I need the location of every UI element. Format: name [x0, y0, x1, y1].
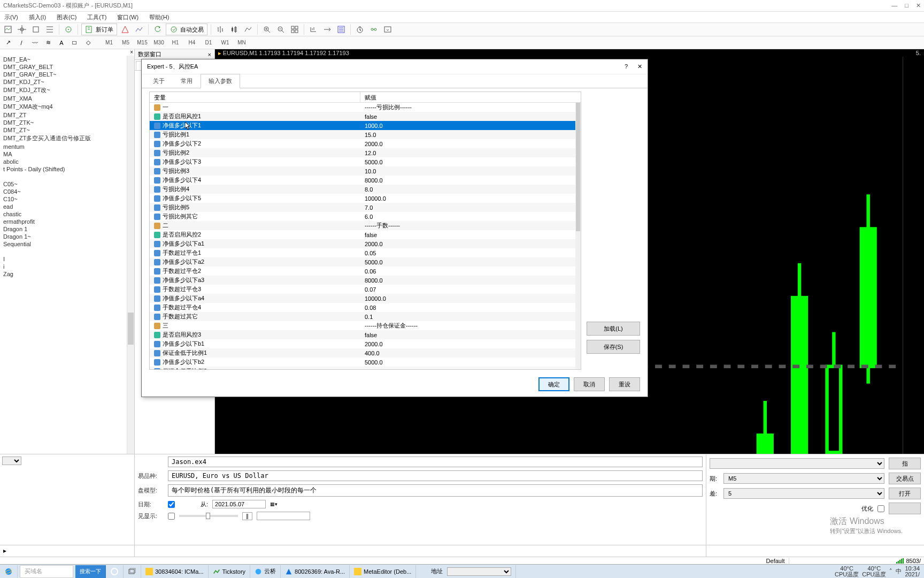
list-icon[interactable]	[44, 24, 56, 35]
menu-insert[interactable]: 插入(I)	[27, 12, 48, 22]
grid-row[interactable]: 手数超过平仓30.07	[150, 285, 581, 294]
grid-row[interactable]: 净值多少以下a12000.0	[150, 239, 581, 248]
scrollbar[interactable]	[127, 56, 134, 493]
menu-chart[interactable]: 图表(C)	[55, 12, 79, 22]
model-field[interactable]: 每个即时价格(基于所有可利用的最小时段的每一个	[168, 484, 703, 497]
param-value[interactable]: 1000.0	[360, 123, 581, 129]
tree-item[interactable]: C084~	[0, 188, 134, 195]
grid-row[interactable]: 保证金低于比例1400.0	[150, 348, 581, 358]
tree-item[interactable]: I	[0, 255, 134, 263]
close-button[interactable]: ✕	[916, 2, 921, 9]
tree-item[interactable]: Dragon 1	[0, 225, 134, 233]
taskbar-app-5[interactable]: MetaEditor (Deb...	[350, 565, 416, 578]
ie-icon[interactable]	[0, 565, 18, 578]
dialog-close-icon[interactable]: ✕	[637, 63, 642, 70]
tree-item[interactable]	[0, 248, 134, 255]
tf-m1[interactable]: M1	[102, 37, 117, 48]
grid-row[interactable]: 亏损比例48.0	[150, 185, 581, 194]
refresh-icon[interactable]	[152, 24, 164, 35]
visual-checkbox[interactable]	[168, 513, 175, 520]
param-value[interactable]: ------持仓保证金------	[360, 322, 581, 330]
date-checkbox[interactable]	[168, 501, 175, 508]
grid-header-value[interactable]: 赋值	[360, 92, 581, 102]
param-value[interactable]: 8000.0	[360, 177, 581, 184]
timer-icon[interactable]	[354, 24, 366, 35]
param-value[interactable]: 0.06	[360, 268, 581, 275]
save-button[interactable]: 保存(S)	[587, 340, 640, 354]
taskview-icon[interactable]	[124, 565, 141, 578]
grid-row[interactable]: 二------手数------	[150, 221, 581, 230]
grid-scrollbar[interactable]	[575, 103, 581, 369]
tf-m5[interactable]: M5	[118, 37, 133, 48]
tree-item[interactable]: DMT_KDJ_ZT改~	[0, 86, 134, 95]
grid-row[interactable]: 是否启用风控1false	[150, 112, 581, 121]
period-select[interactable]: M5	[723, 473, 884, 484]
panel-close-icon[interactable]: ×	[130, 49, 133, 55]
param-value[interactable]: 10.0	[360, 168, 581, 174]
dialog-help-icon[interactable]: ?	[625, 63, 628, 70]
param-value[interactable]: 0.05	[360, 250, 581, 256]
param-value[interactable]: 0.08	[360, 305, 581, 311]
tree-item[interactable]: ermathprofit	[0, 218, 134, 225]
param-value[interactable]: 5000.0	[360, 359, 581, 366]
candles-icon[interactable]	[228, 24, 240, 35]
grid-header-variable[interactable]: 变量	[150, 92, 360, 102]
optimize-button[interactable]	[889, 503, 921, 514]
taskbar-app-4[interactable]: 80026369: Ava-R...	[281, 565, 350, 578]
tf-w1[interactable]: W1	[218, 37, 233, 48]
menu-window[interactable]: 窗口(W)	[115, 12, 141, 22]
param-value[interactable]: 10000.0	[360, 195, 581, 202]
trend-icon[interactable]: 〰	[29, 37, 41, 48]
grid-row[interactable]: 手数超过平仓20.06	[150, 267, 581, 276]
dropdown-icon[interactable]	[382, 24, 394, 35]
tree-item[interactable]: DMT_ZT多空买入通道信号修正版	[0, 134, 134, 143]
indicator-icon[interactable]	[133, 24, 145, 35]
tree-item[interactable]: mentum	[0, 143, 134, 150]
tree-item[interactable]: DMT_ZT	[0, 111, 134, 119]
tree-item[interactable]: Dragon 1~	[0, 233, 134, 240]
grid-row[interactable]: 亏损比例115.0	[150, 130, 581, 139]
calendar-icon[interactable]: ▦▾	[270, 501, 278, 507]
cpu-temp-2[interactable]: 40°CCPU温度	[862, 566, 886, 577]
tree-item[interactable]: C05~	[0, 180, 134, 188]
taskbar-address[interactable]: 地址	[427, 565, 516, 578]
date-input[interactable]	[212, 500, 266, 508]
grid-row[interactable]: 保证金低于比例2500.0	[150, 367, 581, 369]
grid-row[interactable]: 是否启用风控2false	[150, 230, 581, 239]
tester-type-select[interactable]	[2, 457, 21, 465]
label-icon[interactable]	[69, 37, 81, 48]
optimize-checkbox[interactable]	[877, 505, 884, 512]
search-button[interactable]: 指	[889, 458, 921, 469]
visual-date-input[interactable]	[257, 512, 310, 520]
tab-inputs[interactable]: 输入参数	[201, 74, 240, 88]
tree-item[interactable]: Zag	[0, 270, 134, 278]
ime-icon[interactable]: 中	[896, 567, 902, 575]
spread-button[interactable]: 打开	[889, 488, 921, 499]
chart-type-icon[interactable]	[2, 24, 14, 35]
param-value[interactable]: false	[360, 232, 581, 238]
tree-item[interactable]: abolic	[0, 158, 134, 165]
line-icon[interactable]	[242, 24, 254, 35]
tree-item[interactable]: DMT_KDJ_ZT~	[0, 78, 134, 86]
tree-item[interactable]: Sequential	[0, 240, 134, 248]
param-value[interactable]: 0.1	[360, 314, 581, 320]
taskbar-app-2[interactable]: Tickstory	[209, 565, 251, 578]
tree-item[interactable]	[0, 173, 134, 180]
grid-row[interactable]: 一------亏损比例------	[150, 103, 581, 112]
tree-item[interactable]: C10~	[0, 195, 134, 203]
grid-row[interactable]: 净值多少以下a25000.0	[150, 257, 581, 267]
grid-row[interactable]: 是否启用风控3false	[150, 330, 581, 339]
symbol-search-select[interactable]	[710, 458, 884, 469]
tf-h1[interactable]: H1	[168, 37, 183, 48]
param-value[interactable]: ------亏损比例------	[360, 103, 581, 111]
symbol-field[interactable]: EURUSD, Euro vs US Dollar	[168, 470, 703, 481]
tray-up-icon[interactable]: ˄	[889, 568, 892, 575]
grid-row[interactable]: 亏损比例310.0	[150, 166, 581, 176]
tree-item[interactable]: i	[0, 263, 134, 270]
tree-item[interactable]: DMT_XMA改~mq4	[0, 102, 134, 111]
taskbar-search-button[interactable]: 搜索一下	[75, 565, 106, 578]
load-button[interactable]: 加载(L)	[587, 322, 640, 336]
tree-item[interactable]: DMT_EA~	[0, 56, 134, 63]
scroll-icon[interactable]	[321, 24, 333, 35]
param-value[interactable]: 400.0	[360, 350, 581, 356]
